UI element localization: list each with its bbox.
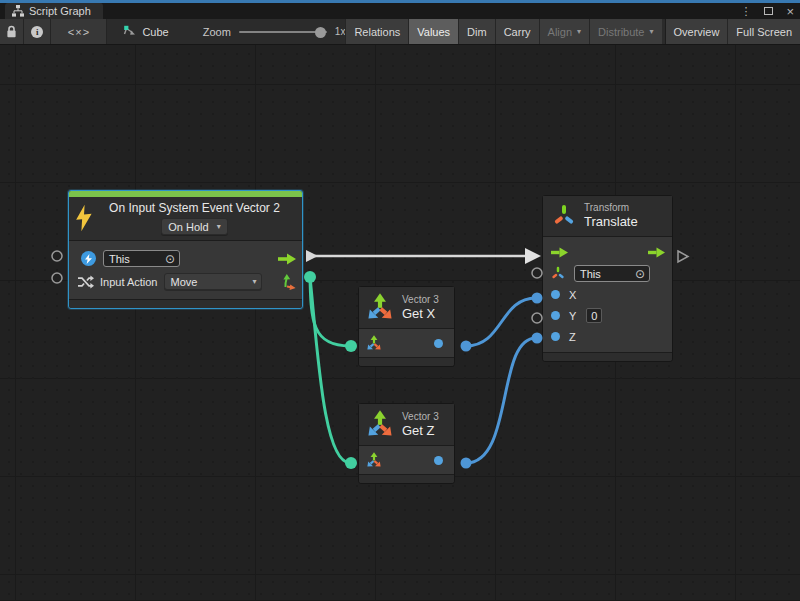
lock-icon [6, 25, 17, 38]
flow-wire-arrowhead [525, 248, 541, 264]
inspect-button[interactable]: <×> [51, 19, 107, 44]
kebab-menu-icon[interactable]: ⋮ [740, 6, 751, 17]
zoom-value: 1x [335, 26, 346, 37]
event-this-edge-port[interactable] [52, 251, 62, 261]
script-graph-icon [12, 5, 24, 17]
event-this-field[interactable]: This ⊙ [103, 250, 180, 267]
tab-bar: Script Graph ⋮ × [0, 3, 800, 19]
transform-node-header: Transform Translate [543, 196, 672, 236]
carry-button[interactable]: Carry [495, 19, 539, 44]
flow-wire-source-arrow[interactable] [306, 250, 318, 262]
y-value-field[interactable]: 0 [586, 308, 602, 323]
node-vector3-get-x[interactable]: Vector 3 Get X [358, 286, 455, 367]
transform-x-edge-dot[interactable] [532, 293, 543, 304]
y-label: Y [569, 310, 576, 322]
overview-button[interactable]: Overview [665, 19, 728, 44]
align-dropdown-button[interactable]: Align▾ [539, 19, 589, 44]
x-port-dot[interactable] [551, 290, 560, 299]
distribute-dropdown-button[interactable]: Distribute▾ [589, 19, 661, 44]
transform-flow-out-triangle[interactable] [678, 251, 688, 262]
vector3-input-port[interactable] [366, 452, 382, 468]
event-node-footer [69, 299, 302, 308]
tab-script-graph[interactable]: Script Graph [5, 3, 103, 19]
graph-canvas[interactable]: On Input System Event Vector 2 On Hold ▾… [0, 45, 800, 600]
node-on-input-system-event[interactable]: On Input System Event Vector 2 On Hold ▾… [68, 190, 303, 309]
caret-down-icon: ▾ [252, 277, 256, 286]
lightning-bolt-icon [74, 204, 95, 232]
event-this-row: This ⊙ [69, 248, 302, 269]
lock-button[interactable] [0, 19, 24, 44]
object-picker-icon[interactable]: ⊙ [635, 268, 645, 280]
values-button[interactable]: Values [408, 19, 458, 44]
getz-category: Vector 3 [402, 411, 439, 422]
event-action-row: Input Action Move ▾ [69, 270, 302, 293]
vector2-wire-to-getz[interactable] [310, 277, 350, 463]
full-screen-button[interactable]: Full Screen [727, 19, 800, 44]
vector2-output-port[interactable] [281, 274, 296, 290]
getx-output-edge-dot[interactable] [461, 341, 472, 352]
getx-node-footer [359, 357, 454, 366]
getx-category: Vector 3 [402, 294, 439, 305]
float-wire-x[interactable] [466, 298, 536, 346]
tab-title: Script Graph [29, 5, 91, 17]
on-hold-dropdown[interactable]: On Hold ▾ [161, 218, 227, 235]
graph-toolbar: i <×> Cube Zoom 1x Relations Values [0, 19, 800, 45]
getx-output-dot[interactable] [434, 339, 443, 348]
vector2-wire-to-getx[interactable] [310, 277, 350, 346]
event-vector2-out-dot[interactable] [304, 271, 316, 283]
getz-output-dot[interactable] [434, 456, 443, 465]
object-picker-icon[interactable]: ⊙ [165, 253, 175, 265]
float-wire-z[interactable] [466, 338, 536, 463]
transform-y-edge-port[interactable] [532, 313, 542, 323]
flow-output-port[interactable] [648, 247, 665, 258]
transform-z-edge-dot[interactable] [532, 333, 543, 344]
vector3-icon [366, 410, 394, 438]
graph-asset-icon [123, 25, 136, 38]
transform-y-row: Y 0 [543, 305, 672, 326]
zoom-slider-handle[interactable] [315, 27, 326, 38]
transform-this-row: This ⊙ [543, 263, 672, 284]
dim-button[interactable]: Dim [458, 19, 495, 44]
breadcrumb[interactable]: Cube [123, 19, 168, 44]
vector3-input-port[interactable] [366, 335, 382, 351]
x-label: X [569, 289, 576, 301]
event-node-header: On Input System Event Vector 2 On Hold ▾ [69, 197, 302, 240]
z-port-dot[interactable] [551, 332, 560, 341]
node-transform-translate[interactable]: Transform Translate [542, 195, 673, 362]
y-port-dot[interactable] [551, 311, 560, 320]
breadcrumb-label: Cube [142, 26, 168, 38]
transform-node-footer [543, 352, 672, 361]
toolbar-toggle-group: Relations Values Dim Carry Align▾ Distri… [345, 19, 800, 44]
getz-node-header: Vector 3 Get Z [359, 404, 454, 445]
transform-z-row: Z [543, 326, 672, 347]
maximize-icon[interactable] [764, 7, 773, 15]
caret-down-icon: ▾ [577, 27, 581, 36]
zoom-slider[interactable] [239, 27, 327, 37]
transform-category: Transform [584, 202, 638, 213]
zoom-control: Zoom 1x [203, 19, 346, 44]
getz-node-footer [359, 474, 454, 483]
node-vector3-get-z[interactable]: Vector 3 Get Z [358, 403, 455, 484]
input-action-icon [78, 275, 94, 289]
getx-input-dot[interactable] [345, 340, 357, 352]
event-action-edge-port[interactable] [52, 273, 62, 283]
transform-this-field[interactable]: This ⊙ [574, 265, 650, 282]
getz-node-body [359, 446, 454, 474]
move-dropdown[interactable]: Move ▾ [164, 273, 262, 290]
z-label: Z [569, 331, 576, 343]
event-node-body: This ⊙ Input Act [69, 241, 302, 299]
relations-button[interactable]: Relations [345, 19, 408, 44]
flow-output-port[interactable] [278, 253, 296, 265]
flow-input-port[interactable] [551, 247, 568, 258]
info-icon: i [31, 26, 43, 38]
getx-name: Get X [402, 306, 439, 321]
close-icon[interactable]: × [786, 5, 794, 18]
getz-input-dot[interactable] [345, 457, 357, 469]
getz-port-row [359, 450, 454, 470]
transform-icon [553, 204, 575, 228]
getz-output-edge-dot[interactable] [461, 458, 472, 469]
transform-this-edge-port[interactable] [532, 268, 542, 278]
info-button[interactable]: i [24, 19, 51, 44]
input-action-label: Input Action [100, 276, 158, 288]
caret-down-icon: ▾ [650, 27, 654, 36]
